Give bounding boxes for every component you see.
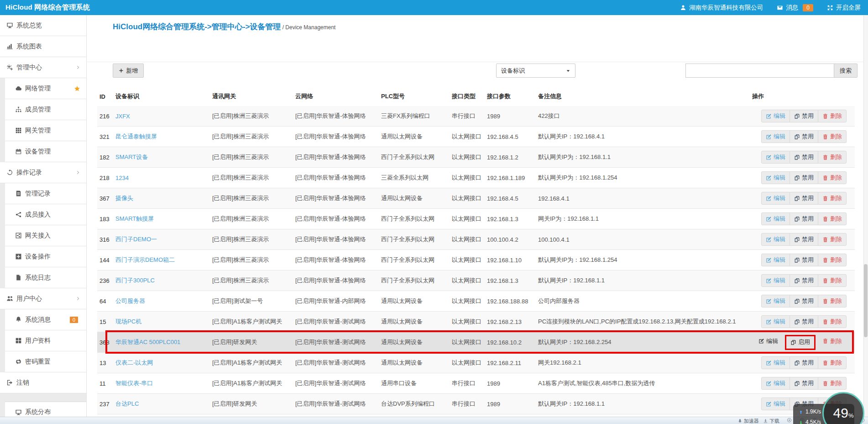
delete-button[interactable]: 删除 (818, 335, 847, 348)
disable-button[interactable]: 禁用 (790, 233, 818, 246)
messages-menu[interactable]: 消息 0 (777, 4, 813, 12)
delete-button[interactable]: 删除 (818, 315, 847, 328)
edit-button[interactable]: 编辑 (761, 192, 790, 205)
device-link[interactable]: 台达PLC (115, 400, 139, 407)
toggle-icon (794, 257, 800, 263)
edit-button[interactable]: 编辑 (761, 315, 790, 328)
sidebar-item-password-reset[interactable]: 密码重置 (5, 351, 86, 372)
edit-button[interactable]: 编辑 (761, 233, 790, 246)
filter-select[interactable]: 设备标识 (496, 64, 575, 78)
sidebar-item-system-charts[interactable]: 系统图表 (0, 36, 86, 57)
disable-button[interactable]: 禁用 (790, 274, 818, 287)
delete-button[interactable]: 删除 (818, 233, 847, 246)
edit-button[interactable]: 编辑 (761, 398, 790, 410)
delete-button[interactable]: 删除 (818, 212, 847, 225)
trash-icon (822, 360, 828, 366)
device-link[interactable]: SMART设备 (115, 154, 148, 160)
disable-button[interactable]: 禁用 (790, 151, 818, 164)
device-link[interactable]: SMART触摸屏 (115, 215, 154, 222)
disable-button[interactable]: 禁用 (790, 356, 818, 369)
fullscreen-toggle[interactable]: 开启全屏 (827, 4, 861, 12)
sidebar-item-system-overview[interactable]: 系统总览 (0, 15, 86, 36)
sidebar-item-logout[interactable]: 注销 (0, 372, 86, 393)
sidebar-item-user-profile[interactable]: 用户资料 (5, 330, 86, 351)
sidebar-item-member-management[interactable]: 成员管理 (5, 99, 86, 120)
edit-button[interactable]: 编辑 (761, 295, 790, 307)
edit-button[interactable]: 编辑 (761, 254, 790, 266)
disable-button[interactable]: 禁用 (790, 377, 818, 390)
enable-button[interactable]: 启用 (785, 335, 816, 350)
disable-button[interactable]: 禁用 (790, 315, 818, 328)
sidebar-item-user-center[interactable]: 用户中心 (0, 288, 86, 309)
sidebar-item-device-management[interactable]: 设备管理 (5, 141, 86, 162)
device-link[interactable]: 西门子演示DEMO箱二 (115, 256, 175, 263)
device-link[interactable]: 1234 (115, 175, 129, 181)
device-link[interactable]: 昆仑通泰触摸屏 (115, 133, 157, 140)
sidebar-item-device-operation[interactable]: 设备操作 (5, 246, 86, 267)
disable-button[interactable]: 禁用 (790, 192, 818, 205)
device-link[interactable]: 西门子300PLC (115, 277, 155, 284)
sidebar-item-gateway-management[interactable]: 网关管理 (5, 120, 86, 141)
edit-button[interactable]: 编辑 (761, 212, 790, 225)
cell-note: 默认网关IP为：192.168.1.254 (538, 256, 752, 264)
edit-button[interactable]: 编辑 (761, 110, 790, 122)
edit-button[interactable]: 编辑 (761, 377, 790, 390)
edit-button[interactable]: 编辑 (761, 356, 790, 369)
disable-button[interactable]: 禁用 (790, 295, 818, 307)
search-button[interactable]: 搜索 (834, 64, 858, 78)
edit-button[interactable]: 编辑 (761, 151, 790, 164)
delete-button[interactable]: 删除 (818, 192, 847, 205)
cell-gateway: [已启用]A1栋客户测试网关 (212, 359, 295, 367)
cell-interface-param: 1989 (487, 401, 538, 408)
delete-button[interactable]: 删除 (818, 151, 847, 164)
cell-actions: 编辑 禁用 删除 (752, 212, 855, 225)
vertical-scrollbar[interactable] (863, 15, 868, 417)
delete-button[interactable]: 删除 (818, 130, 847, 143)
sidebar-item-management-center[interactable]: 管理中心 (0, 57, 86, 78)
edit-button[interactable]: 编辑 (761, 171, 790, 184)
add-device-button[interactable]: 新增 (113, 64, 144, 78)
add-button-label: 新增 (126, 67, 138, 75)
device-link[interactable]: 现场PC机 (115, 318, 141, 325)
disable-button[interactable]: 禁用 (790, 171, 818, 184)
sidebar-item-label: 系统图表 (16, 42, 42, 51)
delete-button[interactable]: 删除 (818, 274, 847, 287)
cell-device-name: SMART触摸屏 (115, 215, 212, 223)
sidebar-item-network-management[interactable]: 网络管理 (5, 78, 86, 99)
delete-button[interactable]: 删除 (818, 356, 847, 369)
sidebar-item-system-logs[interactable]: 系统日志 (5, 267, 86, 288)
sidebar-item-member-access[interactable]: 成员接入 (5, 204, 86, 225)
delete-button[interactable]: 删除 (818, 377, 847, 390)
delete-button[interactable]: 删除 (818, 110, 847, 122)
sidebar-item-gateway-access[interactable]: 网关接入 (5, 225, 86, 246)
disable-button[interactable]: 禁用 (790, 212, 818, 225)
sidebar-item-operation-records[interactable]: 操作记录 (0, 162, 86, 183)
delete-button[interactable]: 删除 (818, 254, 847, 266)
disable-button[interactable]: 禁用 (790, 254, 818, 266)
device-link[interactable]: 华辰智通AC 500PLC001 (115, 339, 180, 345)
browser-tool-1[interactable] (787, 418, 792, 423)
device-link[interactable]: 公司服务器 (115, 297, 145, 304)
edit-button[interactable]: 编辑 (754, 335, 783, 348)
sidebar-item-system-messages[interactable]: 系统消息 0 (5, 309, 86, 330)
sidebar-item-management-records[interactable]: 管理记录 (5, 183, 86, 204)
delete-button[interactable]: 删除 (818, 295, 847, 307)
cell-cloud-network: [已启用]华辰智通-测试网络 (295, 400, 381, 408)
device-link[interactable]: 西门子DEMO一 (115, 236, 157, 243)
delete-button[interactable]: 删除 (818, 171, 847, 184)
account-menu[interactable]: 湖南华辰智通科技有限公司 (680, 4, 763, 12)
search-input[interactable] (685, 64, 834, 78)
download-tool[interactable]: 下载 (763, 418, 779, 424)
memory-percent-unit: % (848, 412, 854, 419)
edit-button[interactable]: 编辑 (761, 274, 790, 287)
accelerator-tool[interactable]: 加速器 (737, 418, 759, 424)
disable-button[interactable]: 禁用 (790, 130, 818, 143)
device-link[interactable]: JXFX (115, 113, 130, 120)
device-link[interactable]: 摄像头 (115, 195, 133, 201)
edit-button[interactable]: 编辑 (761, 130, 790, 143)
disable-button[interactable]: 禁用 (790, 110, 818, 122)
scrollbar-thumb[interactable] (864, 264, 868, 337)
cell-actions: 编辑 禁用 删除 (752, 295, 855, 307)
device-link[interactable]: 仪表二-以太网 (115, 359, 153, 366)
device-link[interactable]: 智能仪表-串口 (115, 380, 153, 387)
